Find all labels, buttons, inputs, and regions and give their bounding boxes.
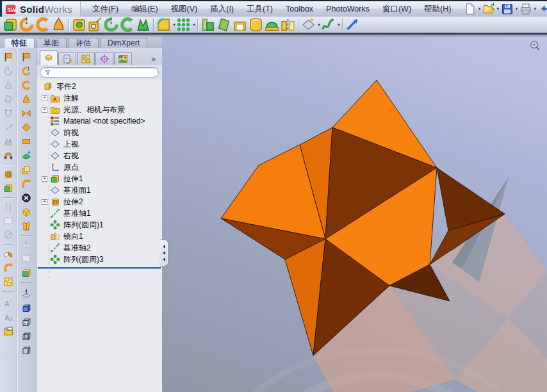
normal-to-view-button[interactable] xyxy=(20,288,33,300)
cross-break-button[interactable] xyxy=(20,107,33,120)
lofted-boss-button[interactable] xyxy=(51,17,67,33)
tab-tool-button[interactable] xyxy=(20,135,33,148)
dome-button[interactable] xyxy=(264,17,280,33)
tree-item-front-plane[interactable]: 前视 xyxy=(37,127,162,138)
wrap-button[interactable] xyxy=(248,17,264,33)
toolbar-drag-handle[interactable] xyxy=(3,291,14,294)
revolved-flange-button[interactable] xyxy=(20,65,33,78)
hem-tool-button[interactable] xyxy=(20,149,33,162)
tree-item-origin[interactable]: 原点 xyxy=(37,161,162,173)
menu-file[interactable]: 文件(F) xyxy=(86,1,125,17)
mirror-button[interactable] xyxy=(280,17,296,33)
menu-tools[interactable]: 工具(T) xyxy=(240,1,279,17)
extruded-cut-button[interactable] xyxy=(71,17,87,33)
expand-plus-icon[interactable]: + xyxy=(42,107,47,113)
panel-collapse-handle[interactable] xyxy=(159,240,168,266)
unfold-tool-button[interactable] xyxy=(20,220,33,233)
menu-window[interactable]: 窗口(W) xyxy=(376,1,418,17)
hidden-lines-visible-view-button[interactable] xyxy=(20,316,33,329)
draft-button[interactable] xyxy=(216,17,232,33)
tree-item-part[interactable]: 零件2 xyxy=(37,81,162,92)
tree-item-circular-pattern3[interactable]: 阵列(圆周)3 xyxy=(37,254,162,265)
expand-plus-icon[interactable]: + xyxy=(42,176,47,182)
wireframe-view-button[interactable] xyxy=(20,330,33,343)
tree-item-top-plane[interactable]: 上视 xyxy=(37,138,162,150)
menu-toolbox[interactable]: Toolbox xyxy=(279,1,320,17)
rib-button[interactable] xyxy=(200,17,216,33)
handset-tool-button[interactable] xyxy=(1,149,15,162)
tree-item-lights-cameras-scene[interactable]: +光源、相机与布景 xyxy=(37,104,162,115)
command-tab-evaluate[interactable]: 评估 xyxy=(68,38,99,48)
vent-tool-button[interactable] xyxy=(1,275,15,288)
menu-photoworks[interactable]: PhotoWorks xyxy=(320,1,376,17)
fold-tool-button[interactable] xyxy=(1,247,15,260)
instant3d-button[interactable] xyxy=(345,17,361,33)
base-flange-button[interactable] xyxy=(20,51,33,63)
edge-flange-button[interactable] xyxy=(20,121,33,134)
revolve-box-tool-button[interactable] xyxy=(1,182,15,195)
extrude-box-tool-button[interactable] xyxy=(1,168,15,181)
design-binder-button[interactable] xyxy=(1,325,15,338)
dropdown-arrow-icon[interactable]: ▾ xyxy=(338,22,340,28)
tree-filter-input[interactable] xyxy=(54,69,154,76)
hole-wizard-button[interactable] xyxy=(87,17,103,33)
tree-item-ref-plane1[interactable]: 基准面1 xyxy=(37,184,162,196)
print-icon[interactable] xyxy=(519,3,532,15)
linear-pattern-button[interactable] xyxy=(176,17,192,33)
toolbar-drag-handle[interactable] xyxy=(20,282,32,285)
lofted-bend-button[interactable] xyxy=(20,93,33,106)
shell-button[interactable] xyxy=(232,17,248,33)
open-icon[interactable] xyxy=(482,3,495,15)
featuremanager-design-tree-tab[interactable] xyxy=(40,50,58,65)
tree-item-ref-axis1[interactable]: 基准轴1 xyxy=(37,208,162,219)
displaymanager-tab[interactable] xyxy=(114,52,132,65)
bend-tool-button[interactable] xyxy=(1,261,15,274)
forming-tool-button[interactable] xyxy=(20,206,33,218)
swept-boss-button[interactable] xyxy=(35,17,51,33)
dropdown-arrow-icon[interactable]: ▾ xyxy=(534,6,536,12)
revolved-cut-button[interactable] xyxy=(103,17,119,33)
corner-cube-tool-button[interactable] xyxy=(20,266,33,279)
menu-view[interactable]: 视图(V) xyxy=(165,1,204,17)
tree-item-annotations[interactable]: +A注解 xyxy=(37,92,162,104)
revolved-boss-button[interactable] xyxy=(19,17,35,33)
tree-item-ref-axis2[interactable]: 基准轴2 xyxy=(37,242,162,254)
tree-item-circular-pattern1[interactable]: 阵列(圆周)1 xyxy=(37,219,162,231)
undo-icon[interactable] xyxy=(539,3,547,15)
dropdown-arrow-icon[interactable]: ▾ xyxy=(515,6,518,12)
sketched-bend-button[interactable] xyxy=(20,177,33,190)
hidden-lines-removed-view-button[interactable] xyxy=(20,344,33,357)
tree-item-mirror1[interactable]: 镜向1 xyxy=(37,231,162,242)
configurationmanager-tab[interactable] xyxy=(77,52,95,65)
command-tab-dimxpert[interactable]: DimXpert xyxy=(100,38,147,48)
expand-plus-icon[interactable]: + xyxy=(42,199,47,205)
dimxpertmanager-tab[interactable] xyxy=(95,52,113,65)
closed-corner-button[interactable] xyxy=(20,192,33,204)
graphics-viewport[interactable] xyxy=(162,37,547,392)
fillet-button[interactable] xyxy=(156,17,172,33)
command-tab-features[interactable]: 特征 xyxy=(4,38,35,48)
menu-edit[interactable]: 编辑(E) xyxy=(125,1,165,17)
dropdown-arrow-icon[interactable]: ▾ xyxy=(478,6,480,12)
dropdown-arrow-icon[interactable]: ▾ xyxy=(193,22,195,28)
command-tab-sketch[interactable]: 草图 xyxy=(36,38,67,48)
curves-button[interactable] xyxy=(320,17,336,33)
rollback-bar[interactable] xyxy=(38,267,161,269)
tree-item-material[interactable]: Material <not specified> xyxy=(37,115,162,127)
swept-flag-tool-button[interactable] xyxy=(1,51,15,63)
shaded-view-button[interactable] xyxy=(20,302,33,314)
tree-filter-box[interactable] xyxy=(40,67,159,78)
lofted-cut-button[interactable] xyxy=(135,17,151,33)
jog-tool-button[interactable] xyxy=(20,163,33,176)
save-icon[interactable] xyxy=(501,3,514,15)
dropdown-arrow-icon[interactable]: ▾ xyxy=(496,6,499,12)
extruded-boss-button[interactable] xyxy=(3,17,19,33)
swept-flange-button[interactable] xyxy=(20,79,33,92)
reference-geometry-button[interactable] xyxy=(300,17,316,33)
propertymanager-tab[interactable] xyxy=(58,52,76,65)
menu-insert[interactable]: 插入(I) xyxy=(204,1,240,17)
tree-item-right-plane[interactable]: 右视 xyxy=(37,150,162,161)
tree-item-extrude2[interactable]: +拉伸2 xyxy=(37,196,162,208)
expand-plus-icon[interactable]: + xyxy=(42,95,47,101)
menu-help[interactable]: 帮助(H) xyxy=(418,1,457,17)
